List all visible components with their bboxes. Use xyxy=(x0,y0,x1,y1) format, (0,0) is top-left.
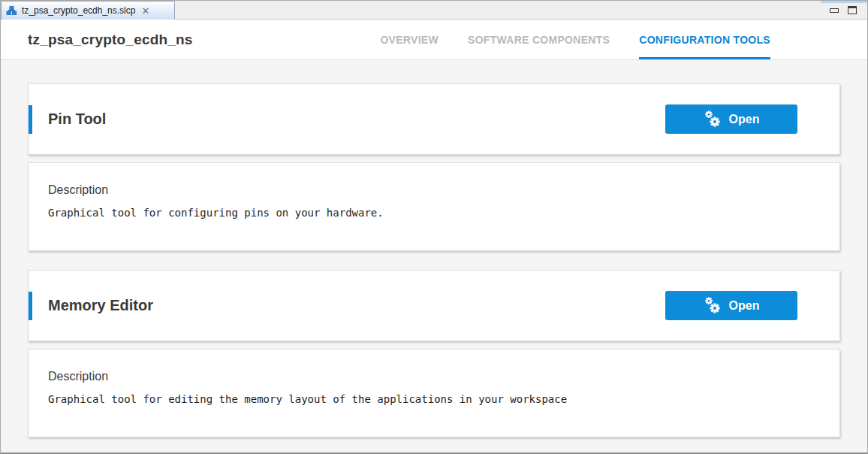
accent-bar xyxy=(29,105,32,134)
pin-tool-description-card: Description Graphical tool for configuri… xyxy=(28,162,840,251)
accent-bar xyxy=(29,292,32,320)
description-label: Description xyxy=(48,370,820,383)
tool-group-memory-editor: Memory Editor xyxy=(28,270,840,437)
description-text: Graphical tool for configuring pins on y… xyxy=(48,207,820,219)
open-button-label: Open xyxy=(729,113,760,126)
gears-icon xyxy=(704,110,722,129)
close-icon[interactable]: ✕ xyxy=(141,6,149,16)
description-label: Description xyxy=(48,183,820,197)
project-configurator-icon xyxy=(6,6,17,16)
page-title: tz_psa_crypto_ecdh_ns xyxy=(28,32,193,48)
open-memory-editor-button[interactable]: Open xyxy=(665,291,797,320)
open-pin-tool-button[interactable]: Open xyxy=(665,104,797,134)
gears-icon xyxy=(704,297,722,315)
view-controls xyxy=(830,6,857,14)
memory-editor-description-card: Description Graphical tool for editing t… xyxy=(28,349,840,437)
memory-editor-card: Memory Editor xyxy=(28,270,840,341)
pin-tool-card: Pin Tool xyxy=(28,83,840,155)
header-tabs: OVERVIEW SOFTWARE COMPONENTS CONFIGURATI… xyxy=(380,20,770,59)
minimize-icon[interactable] xyxy=(830,8,839,13)
tab-software-components[interactable]: SOFTWARE COMPONENTS xyxy=(468,20,610,59)
editor-tab-title: tz_psa_crypto_ecdh_ns.slcp xyxy=(22,5,135,16)
tool-group-pin-tool: Pin Tool xyxy=(28,83,840,251)
editor-window: tz_psa_crypto_ecdh_ns.slcp ✕ tz_psa_cryp… xyxy=(0,0,868,454)
tab-configuration-tools[interactable]: CONFIGURATION TOOLS xyxy=(639,20,770,59)
description-text: Graphical tool for editing the memory la… xyxy=(48,393,820,405)
tool-name: Pin Tool xyxy=(48,110,106,128)
open-button-label: Open xyxy=(729,299,760,313)
tab-overview[interactable]: OVERVIEW xyxy=(380,20,439,59)
toolbar-edge-highlight xyxy=(821,1,867,3)
editor-tab-slcp[interactable]: tz_psa_crypto_ecdh_ns.slcp ✕ xyxy=(1,1,175,20)
configuration-tools-panel: Pin Tool xyxy=(1,60,867,437)
document-header: tz_psa_crypto_ecdh_ns OVERVIEW SOFTWARE … xyxy=(1,20,867,60)
editor-tab-strip: tz_psa_crypto_ecdh_ns.slcp ✕ xyxy=(1,1,867,20)
maximize-icon[interactable] xyxy=(848,6,857,14)
tool-name: Memory Editor xyxy=(48,297,153,314)
